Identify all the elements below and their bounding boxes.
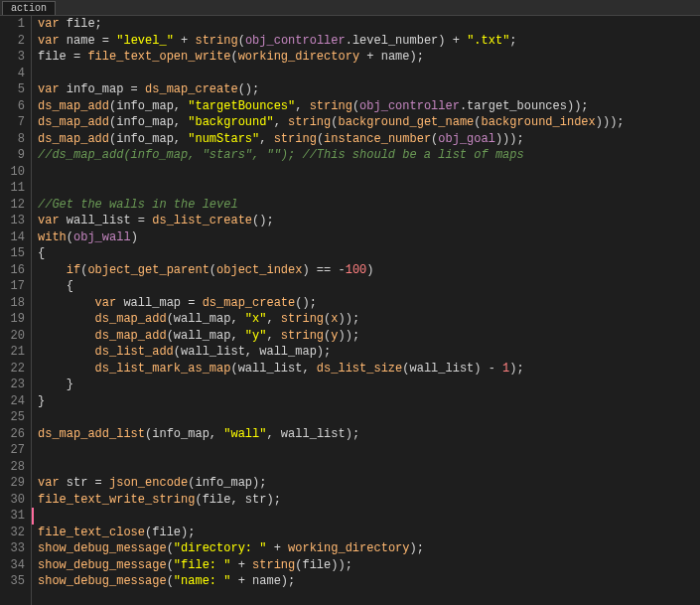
- code-line[interactable]: ds_list_add(wall_list, wall_map);: [38, 344, 700, 361]
- code-editor[interactable]: 1234567891011121314151617181920212223242…: [0, 16, 700, 605]
- token-plain: (wall_list, wall_map);: [174, 345, 331, 359]
- token-paren: (: [167, 574, 174, 588]
- token-plain: wall_map =: [123, 296, 202, 310]
- code-line[interactable]: ds_map_add(info_map, "targetBounces", st…: [38, 98, 700, 115]
- token-fn: show_debug_message: [38, 541, 167, 555]
- code-line[interactable]: var name = "level_" + string(obj_control…: [38, 33, 700, 50]
- line-number: 2: [0, 33, 25, 50]
- code-line[interactable]: ds_map_add(info_map, "background", strin…: [38, 114, 700, 131]
- code-line[interactable]: ds_map_add(wall_map, "x", string(x));: [38, 311, 700, 328]
- token-plain: [38, 296, 95, 310]
- code-line[interactable]: [38, 459, 700, 476]
- token-kw: var: [38, 214, 67, 227]
- token-str: ".txt": [467, 34, 509, 48]
- code-line[interactable]: var info_map = ds_map_create();: [38, 81, 700, 98]
- token-fn: string: [252, 558, 295, 572]
- token-plain: [38, 345, 95, 359]
- token-str: "targetBounces": [188, 99, 295, 113]
- code-line[interactable]: [38, 66, 700, 82]
- token-plain: (info_map,: [145, 427, 223, 441]
- line-number: 26: [0, 426, 25, 443]
- code-line[interactable]: file_text_write_string(file, str);: [38, 492, 700, 509]
- token-fn: background_get_name: [338, 115, 474, 129]
- token-fn: ds_map_add: [95, 329, 167, 343]
- token-plain: [38, 263, 67, 277]
- token-str: "file: ": [174, 558, 231, 572]
- code-line[interactable]: var wall_list = ds_list_create();: [38, 213, 700, 229]
- code-line[interactable]: show_debug_message("name: " + name);: [38, 573, 700, 590]
- line-number: 16: [0, 262, 25, 279]
- code-line[interactable]: var wall_map = ds_map_create();: [38, 295, 700, 312]
- token-plain: +: [266, 541, 288, 555]
- token-kw: var: [38, 82, 67, 96]
- token-kw: var: [38, 476, 67, 490]
- token-plain: )));: [596, 115, 625, 129]
- tab-action[interactable]: action: [2, 1, 56, 15]
- code-line[interactable]: show_debug_message("directory: " + worki…: [38, 540, 700, 557]
- token-plain: (info_map,: [109, 115, 188, 129]
- line-number: 28: [0, 459, 25, 476]
- line-number: 6: [0, 98, 25, 115]
- token-plain: ): [366, 263, 373, 277]
- token-str: "level_": [116, 34, 174, 48]
- code-line[interactable]: {: [38, 245, 700, 262]
- code-line[interactable]: ds_list_mark_as_map(wall_list, ds_list_s…: [38, 361, 700, 378]
- token-plain: );: [509, 362, 523, 376]
- token-plain: ;: [509, 34, 516, 48]
- token-fn: ds_map_add: [38, 115, 109, 129]
- code-area[interactable]: var file;var name = "level_" + string(ob…: [32, 16, 700, 605]
- token-paren: (: [352, 99, 359, 113]
- code-line[interactable]: ds_map_add(info_map, "numStars", string(…: [38, 131, 700, 148]
- code-line[interactable]: var str = json_encode(info_map);: [38, 475, 700, 492]
- code-line[interactable]: }: [38, 393, 700, 410]
- code-line[interactable]: {: [38, 278, 700, 295]
- line-number: 17: [0, 278, 25, 295]
- code-line[interactable]: ds_map_add(wall_map, "y", string(y));: [38, 328, 700, 345]
- code-line[interactable]: with(obj_wall): [38, 229, 700, 246]
- token-plain: file;: [67, 17, 102, 31]
- token-fn: ds_map_create: [203, 296, 296, 310]
- line-number: 35: [0, 573, 25, 590]
- code-line[interactable]: file = file_text_open_write(working_dire…: [38, 49, 700, 66]
- token-fn: show_debug_message: [38, 558, 167, 572]
- code-line[interactable]: var file;: [38, 16, 700, 33]
- code-line[interactable]: [38, 409, 700, 426]
- code-line[interactable]: //ds_map_add(info_map, "stars", ""); //T…: [38, 147, 700, 164]
- token-fn: file_text_close: [38, 526, 145, 539]
- code-line[interactable]: [38, 180, 700, 197]
- token-plain: + name);: [230, 574, 295, 588]
- token-fn: background_index: [482, 115, 596, 129]
- token-fn: ds_map_add: [95, 312, 167, 326]
- token-plain: wall_list =: [67, 214, 152, 227]
- token-plain: (info_map,: [109, 132, 188, 146]
- code-line[interactable]: if(object_get_parent(object_index) == -1…: [38, 262, 700, 279]
- line-number: 12: [0, 197, 25, 214]
- token-obj: obj_wall: [73, 230, 131, 244]
- code-line[interactable]: file_text_close(file);: [38, 525, 700, 541]
- token-plain: [38, 329, 95, 343]
- cursor-indicator: [32, 508, 34, 525]
- token-fn: instance_number: [324, 132, 431, 146]
- token-plain: {: [38, 279, 73, 293]
- code-line[interactable]: show_debug_message("file: " + string(fil…: [38, 557, 700, 574]
- code-line[interactable]: }: [38, 377, 700, 393]
- line-number: 21: [0, 344, 25, 361]
- code-line[interactable]: [38, 442, 700, 459]
- line-number: 11: [0, 180, 25, 197]
- code-line[interactable]: [38, 164, 700, 181]
- token-fn: working_directory: [238, 50, 359, 64]
- line-number: 29: [0, 475, 25, 492]
- token-plain: ,: [266, 312, 280, 326]
- token-plain: ();: [295, 296, 317, 310]
- token-plain: ,: [295, 99, 309, 113]
- token-fn: object_get_parent: [87, 263, 209, 277]
- token-plain: (info_map,: [109, 99, 188, 113]
- token-paren: (: [167, 558, 174, 572]
- code-line[interactable]: //Get the walls in the level: [38, 197, 700, 214]
- code-line[interactable]: [38, 508, 700, 525]
- line-number: 27: [0, 442, 25, 459]
- token-paren: (: [317, 132, 324, 146]
- token-plain: .level_number) +: [346, 34, 467, 48]
- code-line[interactable]: ds_map_add_list(info_map, "wall", wall_l…: [38, 426, 700, 443]
- token-str: "y": [245, 329, 267, 343]
